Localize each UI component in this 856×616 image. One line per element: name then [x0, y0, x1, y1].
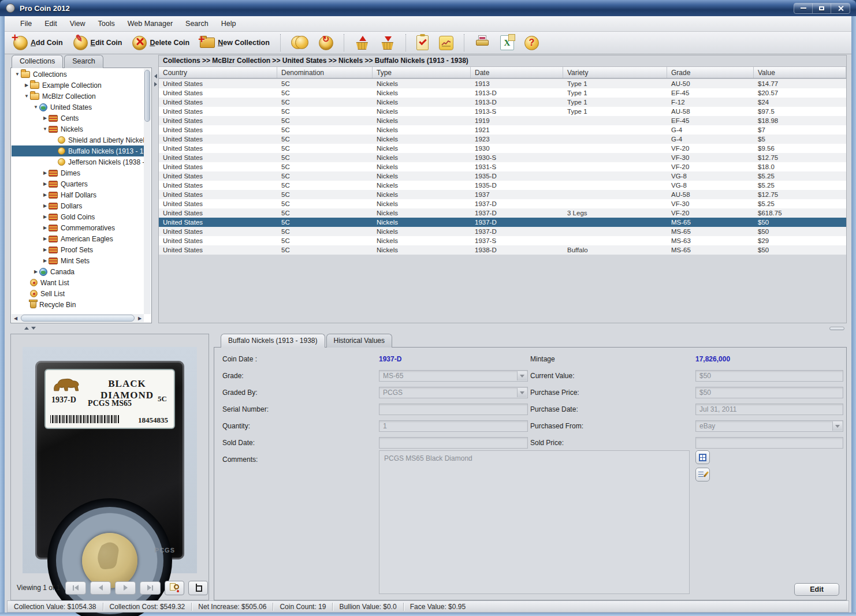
- menu-item-edit[interactable]: Edit: [38, 17, 64, 30]
- tree-expander-icon[interactable]: ▼: [42, 126, 49, 132]
- tree-expander-icon[interactable]: ▶: [42, 247, 49, 252]
- table-row-5[interactable]: United States5CNickels1921G-4$7: [159, 125, 846, 135]
- column-header-denomination[interactable]: Denomination: [277, 67, 373, 78]
- table-row-6[interactable]: United States5CNickels1923G-4$5: [159, 135, 846, 144]
- delete-coin-button[interactable]: Delete Coin: [128, 33, 193, 52]
- tree-item-buffalo-nickels-1913-1938[interactable]: Buffalo Nickels (1913 - 1938): [12, 145, 144, 156]
- tree-expander-icon[interactable]: ▶: [32, 269, 39, 274]
- tree-item-united-states[interactable]: ▼United States: [12, 102, 144, 113]
- splitter-collapse-right-icon[interactable]: [154, 82, 157, 87]
- tree-item-example-collection[interactable]: ▶Example Collection: [12, 80, 144, 91]
- zoom-image-button[interactable]: [165, 581, 184, 595]
- tree-item-nickels[interactable]: ▼Nickels: [12, 124, 144, 135]
- next-image-button[interactable]: [115, 581, 136, 595]
- basket-down-button[interactable]: [376, 33, 399, 52]
- field-sold-price-input[interactable]: [695, 437, 843, 449]
- column-header-grade[interactable]: Grade: [667, 67, 754, 78]
- tree-vertical-scrollbar[interactable]: [144, 69, 151, 314]
- tree-item-mcblzr-collection[interactable]: ▼McBlzr Collection: [12, 91, 144, 102]
- table-row-2[interactable]: United States5CNickels1913-DType 1F-12$2…: [159, 98, 846, 107]
- table-row-12[interactable]: United States5CNickels1937AU-58$12.75: [159, 190, 846, 199]
- table-row-4[interactable]: United States5CNickels1919EF-45$18.98: [159, 116, 846, 125]
- add-coin-button[interactable]: + Add Coin: [9, 33, 67, 52]
- tree-expander-icon[interactable]: ▼: [14, 72, 21, 77]
- tab-search[interactable]: Search: [64, 55, 103, 68]
- tree-item-want-list[interactable]: Want List: [12, 277, 144, 288]
- checklist-button[interactable]: [412, 33, 433, 52]
- table-row-18[interactable]: United States5CNickels1938-DBuffaloMS-65…: [159, 245, 846, 255]
- vertical-splitter[interactable]: [153, 74, 158, 87]
- tree-item-commemoratives[interactable]: ▶Commemoratives: [12, 222, 144, 233]
- field-quantity-input[interactable]: 1: [379, 420, 528, 432]
- field-current-value-input[interactable]: $50: [695, 370, 843, 382]
- column-header-date[interactable]: Date: [471, 67, 563, 78]
- splitter-collapse-left-icon[interactable]: [154, 74, 157, 79]
- column-header-type[interactable]: Type: [373, 67, 471, 78]
- tab-historical-values[interactable]: Historical Values: [326, 334, 392, 348]
- crop-image-button[interactable]: [188, 581, 208, 595]
- tree-expander-icon[interactable]: ▶: [42, 115, 49, 121]
- table-row-0[interactable]: United States5CNickels1913Type 1AU-50$14…: [159, 79, 846, 88]
- tree-item-american-eagles[interactable]: ▶American Eagles: [12, 233, 144, 244]
- edit-notes-button[interactable]: [695, 468, 710, 481]
- comments-textarea[interactable]: PCGS MS65 Black Diamond: [379, 450, 690, 594]
- table-row-3[interactable]: United States5CNickels1913-SType 1AU-58$…: [159, 107, 846, 116]
- tree-item-mint-sets[interactable]: ▶Mint Sets: [12, 255, 144, 266]
- previous-image-button[interactable]: [90, 581, 111, 595]
- column-header-value[interactable]: Value: [754, 67, 846, 78]
- tree-expander-icon[interactable]: ▶: [42, 258, 49, 263]
- chevron-down-icon[interactable]: [517, 371, 527, 380]
- tree-expander-icon[interactable]: ▶: [42, 214, 49, 219]
- tree-item-half-dollars[interactable]: ▶Half Dollars: [12, 189, 144, 200]
- coin-rotate-button[interactable]: ↻: [315, 33, 337, 52]
- table-row-7[interactable]: United States5CNickels1930VF-20$9.56: [159, 144, 846, 153]
- chart-button[interactable]: [435, 33, 457, 52]
- splitter-grip[interactable]: [829, 327, 844, 330]
- tree-expander-icon[interactable]: ▶: [42, 236, 49, 241]
- tree-expander-icon[interactable]: ▶: [42, 203, 49, 208]
- tree-item-quarters[interactable]: ▶Quarters: [12, 178, 144, 189]
- scroll-left-button[interactable]: ◀: [12, 314, 20, 322]
- tree-expander-icon[interactable]: ▶: [23, 83, 30, 88]
- table-row-13[interactable]: United States5CNickels1937-DVF-30$5.25: [159, 199, 846, 208]
- menu-item-tools[interactable]: Tools: [92, 17, 121, 30]
- tab-buffalo-nickels[interactable]: Buffalo Nickels (1913 - 1938): [221, 334, 325, 348]
- table-row-17[interactable]: United States5CNickels1937-SMS-63$29: [159, 236, 846, 245]
- tree-horizontal-scrollbar[interactable]: ◀ ▶: [12, 314, 144, 322]
- menu-item-web-manager[interactable]: Web Manager: [121, 17, 179, 30]
- splitter-down-icon[interactable]: [31, 327, 36, 330]
- table-row-16[interactable]: United States5CNickels1937-DMS-65$50: [159, 227, 846, 236]
- tree-item-canada[interactable]: ▶Canada: [12, 266, 144, 277]
- new-collection-button[interactable]: + New Collection: [196, 33, 274, 52]
- tree-item-cents[interactable]: ▶Cents: [12, 113, 144, 124]
- scrollbar-thumb[interactable]: [21, 315, 135, 322]
- table-row-14[interactable]: United States5CNickels1937-D3 LegsVF-20$…: [159, 208, 846, 218]
- edit-button[interactable]: Edit: [794, 583, 839, 596]
- scrollbar-thumb[interactable]: [144, 70, 150, 122]
- menu-item-view[interactable]: View: [64, 17, 92, 30]
- field-sold-date-input[interactable]: [379, 437, 528, 449]
- field-grade-combobox[interactable]: MS-65: [379, 370, 528, 382]
- menu-item-search[interactable]: Search: [179, 17, 215, 30]
- field-serial-number-input[interactable]: [379, 404, 528, 415]
- maximize-button[interactable]: [813, 3, 831, 13]
- tree-expander-icon[interactable]: ▼: [32, 104, 39, 110]
- table-row-9[interactable]: United States5CNickels1931-SVF-20$18.0: [159, 162, 846, 171]
- basket-up-button[interactable]: [351, 33, 374, 52]
- table-row-15[interactable]: United States5CNickels1937-DMS-65$50: [159, 218, 846, 227]
- edit-coin-button[interactable]: ✎ Edit Coin: [69, 33, 126, 52]
- column-header-country[interactable]: Country: [159, 67, 277, 78]
- field-purchase-price-input[interactable]: $50: [695, 387, 843, 398]
- horizontal-splitter[interactable]: [5, 323, 851, 334]
- minimize-button[interactable]: [794, 3, 813, 13]
- tree-item-gold-coins[interactable]: ▶Gold Coins: [12, 211, 144, 222]
- close-button[interactable]: [831, 3, 850, 13]
- tree-item-jefferson-nickels-1938-1[interactable]: Jefferson Nickels (1938 - 1: [12, 156, 144, 167]
- help-button[interactable]: ?: [520, 33, 543, 52]
- print-button[interactable]: [471, 33, 494, 52]
- tree-item-shield-and-liberty-nickels[interactable]: Shield and Liberty Nickels: [12, 135, 144, 145]
- tree-expander-icon[interactable]: ▶: [42, 170, 49, 176]
- tree-item-proof-sets[interactable]: ▶Proof Sets: [12, 244, 144, 255]
- tree-item-dollars[interactable]: ▶Dollars: [12, 200, 144, 211]
- table-row-1[interactable]: United States5CNickels1913-DType 1EF-45$…: [159, 88, 846, 98]
